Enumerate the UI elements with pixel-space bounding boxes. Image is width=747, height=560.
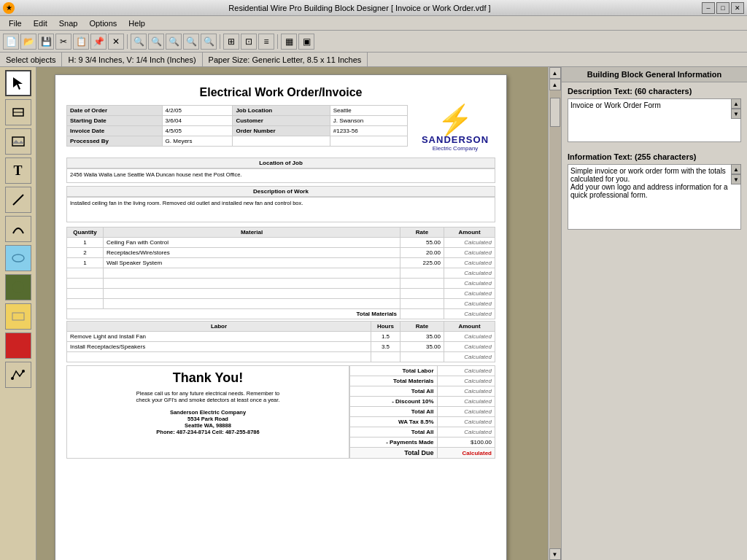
menu-snap[interactable]: Snap [53, 18, 84, 29]
document: Electrical Work Order/Invoice Date of Or… [55, 74, 507, 560]
information-section: Information Text: (255 characters) Simpl… [562, 148, 747, 236]
tb-extra2[interactable]: ▣ [298, 34, 314, 50]
document-title: Electrical Work Order/Invoice [66, 86, 495, 99]
canvas-scroll: Electrical Work Order/Invoice Date of Or… [36, 67, 525, 560]
tool-circle[interactable] [5, 274, 31, 300]
tool-arc[interactable] [5, 216, 31, 242]
table-row: Processed By G. Meyers [67, 136, 408, 147]
vertical-scrollbar[interactable]: ▲ ▲ ▼ [548, 67, 561, 560]
total-due-row: Total Due Calculated [350, 448, 495, 459]
tool-component[interactable] [5, 99, 31, 125]
menu-edit[interactable]: Edit [28, 18, 53, 29]
scroll-down-button[interactable]: ▼ [549, 548, 561, 560]
toolbar: 📄 📂 💾 ✂ 📋 📌 ✕ 🔍 🔍 🔍 🔍 🔍 ⊞ ⊡ ≡ ▦ ▣ [0, 31, 747, 52]
maximize-button[interactable]: □ [716, 2, 729, 14]
materials-table: Quantity Material Rate Amount 1 Ceiling … [66, 227, 495, 319]
menu-file[interactable]: File [3, 18, 28, 29]
company-footer-city: Seattle WA, 98888 [71, 422, 344, 429]
tb-copy[interactable]: 📋 [73, 34, 89, 50]
tb-cut[interactable]: ✂ [55, 34, 71, 50]
tool-select[interactable] [5, 70, 31, 96]
labor-table: Labor Hours Rate Amount Remove Light and… [66, 321, 495, 362]
tb-paste[interactable]: 📌 [90, 34, 107, 50]
minimize-button[interactable]: – [702, 2, 715, 14]
col-amount: Amount [444, 228, 495, 238]
description-header: Description of Work [66, 186, 495, 197]
tool-polyline[interactable] [5, 362, 31, 388]
tool-line[interactable] [5, 187, 31, 213]
tb-save[interactable]: 💾 [38, 34, 54, 50]
tb-grid[interactable]: ⊞ [223, 34, 239, 50]
svg-rect-9 [12, 342, 24, 349]
scroll-up-button[interactable]: ▲ [549, 67, 561, 79]
menu-help[interactable]: Help [123, 18, 151, 29]
scroll-track[interactable] [549, 90, 561, 548]
information-textarea[interactable]: Simple invoice or work order form with t… [568, 164, 741, 230]
tb-sep1 [127, 34, 128, 49]
table-row: Calculated [67, 268, 495, 279]
tb-snap[interactable]: ⊡ [241, 34, 257, 50]
info-scroll-down[interactable]: ▼ [731, 174, 741, 184]
fields-table: Date of Order 4/2/05 Job Location Seattl… [66, 105, 408, 147]
tb-zoom-out2[interactable]: 🔍 [201, 34, 217, 50]
title-bar: ★ Residential Wire Pro Building Block De… [0, 0, 747, 16]
table-row: Date of Order 4/2/05 Job Location Seattl… [67, 106, 408, 116]
svg-marker-4 [12, 140, 24, 144]
tool-rect-fill[interactable] [5, 303, 31, 330]
info-scroll-up[interactable]: ▲ [731, 164, 741, 174]
menu-options[interactable]: Options [83, 18, 123, 29]
col-material: Material [104, 228, 400, 238]
canvas-area[interactable]: Electrical Work Order/Invoice Date of Or… [36, 67, 548, 560]
close-button[interactable]: ✕ [731, 2, 744, 14]
scroll-thumb[interactable] [550, 98, 560, 127]
svg-point-6 [12, 254, 24, 262]
tb-extra1[interactable]: ▦ [281, 34, 297, 50]
table-row: - Payments Made $100.00 [350, 438, 495, 448]
tb-zoom-in2[interactable]: 🔍 [148, 34, 164, 50]
status-bar: Select objects H: 9 3/4 Inches, V: 1/4 I… [0, 52, 747, 67]
col-quantity: Quantity [67, 228, 104, 238]
table-row: WA Tax 8.5% Calculated [350, 417, 495, 427]
status-select: Select objects [0, 52, 62, 66]
tb-delete[interactable]: ✕ [108, 34, 124, 50]
tb-open[interactable]: 📂 [20, 34, 36, 50]
table-row: 2 Receptacles/Wire/stores 20.00 Calculat… [67, 248, 495, 258]
app-icon: ★ [3, 2, 15, 14]
tool-rect-red[interactable] [5, 332, 31, 359]
scroll-up2-button[interactable]: ▲ [549, 79, 561, 90]
col-labor-amount: Amount [444, 322, 495, 332]
desc-scroll-up[interactable]: ▲ [731, 98, 741, 109]
tb-zoom-out1[interactable]: 🔍 [166, 34, 182, 50]
table-row: Calculated [67, 279, 495, 289]
svg-marker-0 [13, 77, 23, 90]
tb-zoom-in1[interactable]: 🔍 [131, 34, 147, 50]
tb-align[interactable]: ≡ [258, 34, 274, 50]
tool-ellipse[interactable] [5, 245, 31, 271]
table-row: Install Receptacles/Speakers 3.5 35.00 C… [67, 342, 495, 352]
information-textarea-wrapper: Simple invoice or work order form with t… [568, 164, 741, 231]
information-label: Information Text: (255 characters) [568, 152, 741, 161]
tb-new[interactable]: 📄 [3, 34, 19, 50]
menu-bar: File Edit Snap Options Help [0, 16, 747, 31]
company-footer-name: Sanderson Electric Company [71, 409, 344, 416]
tool-image[interactable] [5, 128, 31, 155]
svg-point-11 [22, 370, 25, 373]
right-panel-header: Building Block General Information [562, 67, 747, 82]
left-section: Quantity Material Rate Amount 1 Ceiling … [66, 227, 495, 362]
desc-scroll-down[interactable]: ▼ [731, 109, 741, 119]
right-panel: Building Block General Information Descr… [561, 67, 747, 560]
invoice-fields: Date of Order 4/2/05 Job Location Seattl… [66, 105, 408, 152]
window-controls: – □ ✕ [702, 2, 744, 14]
table-row: - Discount 10% Calculated [350, 397, 495, 407]
info-scroll-arrows: ▲ ▼ [731, 164, 741, 184]
description-textarea[interactable]: Invoice or Work Order Form [568, 98, 741, 142]
tb-zoom-in3[interactable]: 🔍 [183, 34, 199, 50]
table-row: Remove Light and Install Fan 1.5 35.00 C… [67, 332, 495, 342]
table-row: Calculated [67, 352, 495, 362]
tool-text[interactable]: T [5, 158, 31, 184]
description-label: Description Text: (60 characters) [568, 87, 741, 96]
desc-scroll-arrows: ▲ ▼ [731, 98, 741, 119]
col-rate: Rate [400, 228, 444, 238]
footer-text: Please call us for any future electrical… [71, 390, 344, 403]
svg-point-7 [12, 281, 24, 293]
